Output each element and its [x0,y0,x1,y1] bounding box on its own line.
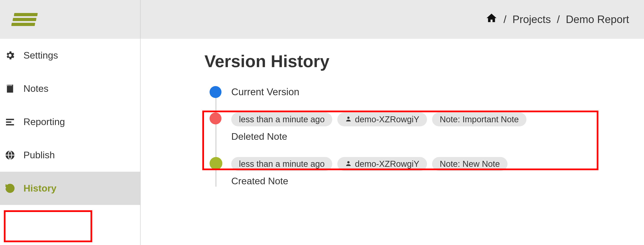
history-icon [5,183,15,194]
chip-user: demo-XZRowgiY [337,112,427,126]
breadcrumb-projects[interactable]: Projects [512,13,551,26]
chip-note: Note: Important Note [432,112,526,126]
sidebar-item-notes[interactable]: Notes [0,72,140,105]
chip-time: less than a minute ago [231,112,332,126]
user-icon [345,114,352,124]
sidebar-item-label: Notes [24,83,48,94]
sidebar-item-label: Publish [24,150,55,161]
main-content: Version History Current Version less tha… [140,39,644,245]
timeline-item[interactable]: less than a minute ago demo-XZRowgiY Not… [219,108,623,146]
home-icon[interactable] [486,12,498,27]
timeline-item[interactable]: less than a minute ago demo-XZRowgiY Not… [219,157,623,187]
sidebar-item-label: History [24,183,56,194]
globe-icon [5,150,15,160]
timeline: Current Version less than a minute ago d… [204,86,623,187]
chip-time: less than a minute ago [231,157,332,171]
report-icon [5,116,15,127]
sidebar-item-label: Settings [24,50,58,61]
sidebar-item-reporting[interactable]: Reporting [0,105,140,138]
chip-note: Note: New Note [432,157,508,171]
chip-user: demo-XZRowgiY [337,157,427,171]
svg-point-1 [347,116,350,119]
sidebar: Settings Notes Reporting Publish [0,0,140,245]
timeline-dot-icon [210,112,222,124]
notes-icon [5,83,15,94]
breadcrumb-sep: / [504,13,506,26]
sidebar-item-settings[interactable]: Settings [0,39,140,72]
breadcrumb: / Projects / Demo Report [140,0,644,39]
sidebar-item-history[interactable]: History [0,172,140,205]
logo-bar [0,0,140,39]
page-title: Version History [204,52,623,71]
svg-point-2 [347,161,350,164]
sidebar-item-publish[interactable]: Publish [0,138,140,172]
timeline-title: Created Note [231,176,623,187]
timeline-title: Deleted Note [231,131,623,142]
timeline-dot-icon [210,157,222,170]
breadcrumb-current[interactable]: Demo Report [566,13,629,26]
timeline-dot-icon [210,86,222,98]
sidebar-item-label: Reporting [24,116,65,128]
breadcrumb-sep: / [557,13,560,26]
app-logo-icon[interactable] [13,12,36,27]
timeline-title: Current Version [231,86,623,98]
highlight-box-sidebar [4,210,92,242]
timeline-item[interactable]: Current Version [219,86,623,98]
gear-icon [5,50,15,61]
user-icon [345,159,352,169]
